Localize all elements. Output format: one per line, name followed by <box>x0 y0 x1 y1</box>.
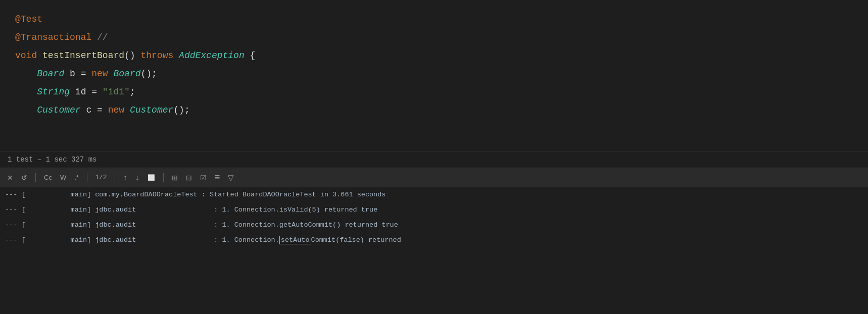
code-line: @Transactional // <box>15 28 853 46</box>
close-button[interactable] <box>5 173 15 183</box>
log-message: : 1. Connection.isValid(5) returned true <box>210 202 377 218</box>
regex-button[interactable]: .* <box>72 173 81 182</box>
softwrap-button[interactable]: ⬜ <box>146 173 157 182</box>
code-line: Board b = new Board(); <box>15 65 853 83</box>
console-status-bar: 1 test – 1 sec 327 ms <box>0 151 868 168</box>
list-button[interactable]: ≡ <box>213 171 222 184</box>
code-editor: @Test@Transactional //void testInsertBoa… <box>0 0 868 151</box>
log-prefix: --- [ main] jdbc.audit <box>5 202 210 218</box>
console-panel: 1 test – 1 sec 327 ms CcW.*1/2↑↓⬜⊞⊟☑≡▽ -… <box>0 151 868 314</box>
log-message: : 1. Connection.getAutoCommit() returned… <box>210 218 398 233</box>
rerun-button[interactable] <box>19 173 29 183</box>
checkbox-button[interactable]: ☑ <box>198 173 209 183</box>
whole-word-button[interactable]: W <box>58 173 68 182</box>
next-button[interactable]: ↓ <box>133 172 141 183</box>
log-line: --- [ main] jdbc.audit : 1. Connection.g… <box>0 218 868 233</box>
log-message: : 1. Connection.setAutoCommit(false) ret… <box>210 233 401 248</box>
filter-button[interactable]: ▽ <box>226 172 236 183</box>
console-toolbar[interactable]: CcW.*1/2↑↓⬜⊞⊟☑≡▽ <box>0 168 868 187</box>
search-counter: 1/2 <box>93 174 109 181</box>
code-line: String id = "id1"; <box>15 83 853 101</box>
expand-button[interactable]: ⊞ <box>170 173 180 183</box>
log-line: --- [ main] com.my.BoardDAOOracleTest : … <box>0 187 868 202</box>
case-sensitive-button[interactable]: Cc <box>42 173 54 182</box>
console-output[interactable]: --- [ main] com.my.BoardDAOOracleTest : … <box>0 187 868 314</box>
code-line: @Test <box>15 10 853 28</box>
log-message: : Started BoardDAOOracleTest in 3.661 se… <box>198 187 386 202</box>
test-status-text: 1 test – 1 sec 327 ms <box>8 155 97 164</box>
code-line: Customer c = new Customer(); <box>15 101 853 119</box>
log-prefix: --- [ main] jdbc.audit <box>5 233 210 248</box>
code-line: void testInsertBoard() throws AddExcepti… <box>15 46 853 65</box>
prev-button[interactable]: ↑ <box>121 172 129 183</box>
log-line: --- [ main] jdbc.audit : 1. Connection.s… <box>0 233 868 248</box>
log-prefix: --- [ main] jdbc.audit <box>5 218 210 233</box>
log-line: --- [ main] jdbc.audit : 1. Connection.i… <box>0 202 868 218</box>
log-prefix: --- [ main] com.my.BoardDAOOracleTest <box>5 187 198 202</box>
highlighted-text: setAuto <box>279 236 311 244</box>
collapse-button[interactable]: ⊟ <box>184 173 194 183</box>
